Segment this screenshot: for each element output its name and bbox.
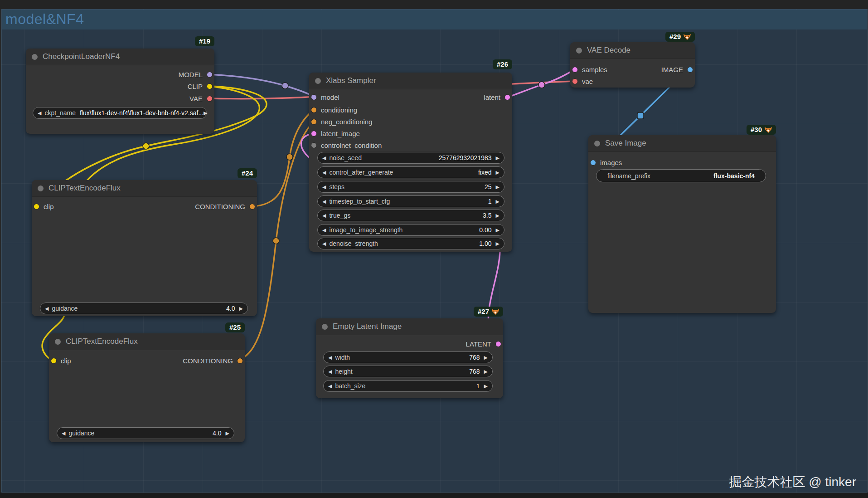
image-port-icon[interactable] — [687, 67, 693, 73]
node-vae-decode[interactable]: VAE Decode samples vae IMAGE — [570, 42, 695, 88]
stepper-left-icon[interactable] — [328, 384, 332, 389]
widget-value[interactable]: 1 — [476, 382, 480, 390]
widget-control-after-generate[interactable]: control_after_generate fixed — [317, 166, 504, 178]
stepper-right-icon[interactable] — [496, 156, 499, 161]
widget-image-to-image-strength[interactable]: image_to_image_strength 0.00 — [317, 224, 504, 236]
input-slot-clip[interactable]: clip — [34, 202, 54, 211]
node-header[interactable]: Empty Latent Image — [316, 318, 503, 335]
stepper-left-icon[interactable] — [322, 213, 326, 218]
input-slot-clip[interactable]: clip — [51, 356, 71, 365]
stepper-right-icon[interactable] — [204, 111, 207, 116]
node-header[interactable]: CLIPTextEncodeFlux — [32, 180, 257, 197]
node-header[interactable]: CLIPTextEncodeFlux — [49, 333, 245, 350]
input-slot-conditioning[interactable]: conditioning — [311, 105, 357, 114]
node-checkpoint-loader-nf4[interactable]: CheckpointLoaderNF4 MODEL CLIP VAE ckpt_… — [26, 49, 214, 134]
model-port-icon[interactable] — [207, 72, 213, 78]
stepper-right-icon[interactable] — [239, 306, 243, 311]
reroute-dot-clip[interactable] — [143, 143, 149, 149]
widget-timestep-to-start-cfg[interactable]: timestep_to_start_cfg 1 — [317, 195, 504, 207]
collapse-dot-icon[interactable] — [32, 54, 38, 60]
stepper-left-icon[interactable] — [38, 111, 41, 116]
stepper-right-icon[interactable] — [226, 431, 229, 436]
stepper-right-icon[interactable] — [496, 199, 499, 204]
collapse-dot-icon[interactable] — [55, 339, 61, 345]
output-slot-clip[interactable]: CLIP — [188, 82, 213, 91]
widget-value[interactable]: fixed — [478, 169, 492, 176]
stepper-right-icon[interactable] — [496, 241, 499, 246]
conditioning-port-icon[interactable] — [249, 204, 255, 210]
output-slot-conditioning[interactable]: CONDITIONING — [183, 356, 243, 365]
input-slot-model[interactable]: model — [311, 93, 339, 102]
latent-port-icon[interactable] — [572, 67, 578, 73]
reroute-dot-latent[interactable] — [538, 82, 545, 88]
stepper-left-icon[interactable] — [328, 369, 332, 374]
collapse-dot-icon[interactable] — [594, 141, 600, 146]
input-slot-latent-image[interactable]: latent_image — [311, 129, 360, 138]
input-slot-vae[interactable]: vae — [572, 77, 593, 86]
widget-ckpt-name[interactable]: ckpt_name flux\flux1-dev-nf4\flux1-dev-b… — [33, 107, 207, 119]
output-slot-vae[interactable]: VAE — [189, 94, 213, 103]
collapse-dot-icon[interactable] — [315, 78, 321, 84]
widget-noise-seed[interactable]: noise_seed 257762932021983 — [317, 152, 504, 164]
stepper-right-icon[interactable] — [496, 213, 499, 218]
stepper-right-icon[interactable] — [496, 185, 499, 190]
node-header[interactable]: Xlabs Sampler — [309, 73, 512, 89]
latent-port-icon[interactable] — [504, 94, 510, 100]
conditioning-port-icon[interactable] — [311, 107, 317, 113]
input-slot-samples[interactable]: samples — [572, 65, 607, 74]
output-slot-latent[interactable]: LATENT — [466, 339, 501, 348]
widget-value[interactable]: 0.00 — [479, 226, 491, 234]
model-port-icon[interactable] — [311, 94, 317, 100]
stepper-right-icon[interactable] — [484, 369, 488, 374]
stepper-right-icon[interactable] — [484, 384, 488, 389]
collapse-dot-icon[interactable] — [576, 48, 582, 54]
reroute-dot-conditioning[interactable] — [286, 154, 293, 160]
latent-port-icon[interactable] — [495, 341, 501, 347]
node-clip-text-encode-positive[interactable]: CLIPTextEncodeFlux clip CONDITIONING gui… — [32, 180, 257, 316]
comfyui-canvas[interactable]: { "window": { "group_title": "model&NF4"… — [0, 0, 868, 498]
widget-value[interactable]: 768 — [469, 354, 480, 361]
image-port-icon[interactable] — [590, 160, 596, 166]
reroute-dot-image[interactable] — [637, 112, 644, 119]
widget-height[interactable]: height 768 — [323, 366, 493, 377]
input-slot-neg-conditioning[interactable]: neg_conditioning — [311, 117, 372, 126]
clip-port-icon[interactable] — [207, 83, 213, 89]
stepper-left-icon[interactable] — [322, 199, 326, 204]
widget-value[interactable]: 257762932021983 — [439, 154, 492, 161]
clip-port-icon[interactable] — [51, 358, 57, 364]
node-xlabs-sampler[interactable]: Xlabs Sampler model conditioning neg_con… — [309, 73, 512, 252]
widget-value[interactable]: 1.00 — [479, 240, 491, 247]
input-slot-images[interactable]: images — [590, 158, 622, 167]
widget-denoise-strength[interactable]: denoise_strength 1.00 — [317, 238, 504, 249]
stepper-left-icon[interactable] — [322, 185, 326, 190]
widget-value[interactable]: 4.0 — [226, 305, 235, 312]
stepper-right-icon[interactable] — [496, 170, 499, 175]
reroute-dot-model[interactable] — [282, 83, 288, 89]
widget-value[interactable]: 4.0 — [213, 430, 221, 437]
clip-port-icon[interactable] — [34, 204, 39, 210]
stepper-left-icon[interactable] — [328, 355, 332, 360]
collapse-dot-icon[interactable] — [322, 324, 328, 330]
node-clip-text-encode-negative[interactable]: CLIPTextEncodeFlux clip CONDITIONING gui… — [49, 333, 245, 442]
widget-guidance[interactable]: guidance 4.0 — [57, 427, 234, 439]
latent-port-icon[interactable] — [311, 131, 317, 137]
stepper-left-icon[interactable] — [322, 170, 326, 175]
output-slot-conditioning[interactable]: CONDITIONING — [195, 202, 255, 211]
widget-value[interactable]: 25 — [485, 183, 492, 190]
stepper-right-icon[interactable] — [496, 228, 499, 233]
widget-batch-size[interactable]: batch_size 1 — [323, 380, 493, 392]
widget-filename-prefix[interactable]: filename_prefix flux-basic-nf4 — [596, 169, 766, 182]
stepper-left-icon[interactable] — [322, 228, 326, 233]
collapse-dot-icon[interactable] — [38, 186, 44, 191]
node-save-image[interactable]: Save Image images filename_prefix flux-b… — [588, 135, 776, 313]
widget-true-gs[interactable]: true_gs 3.5 — [317, 210, 504, 221]
widget-value[interactable]: flux-basic-nf4 — [713, 172, 755, 180]
widget-value[interactable]: flux\flux1-dev-nf4\flux1-dev-bnb-nf4-v2.… — [80, 109, 204, 117]
node-header[interactable]: Save Image — [588, 135, 776, 152]
widget-width[interactable]: width 768 — [323, 352, 493, 363]
output-slot-latent[interactable]: latent — [484, 93, 510, 102]
node-empty-latent-image[interactable]: Empty Latent Image LATENT width 768 heig… — [316, 318, 503, 398]
output-slot-model[interactable]: MODEL — [179, 70, 213, 79]
vae-port-icon[interactable] — [207, 96, 213, 102]
widget-value[interactable]: 3.5 — [483, 212, 491, 219]
